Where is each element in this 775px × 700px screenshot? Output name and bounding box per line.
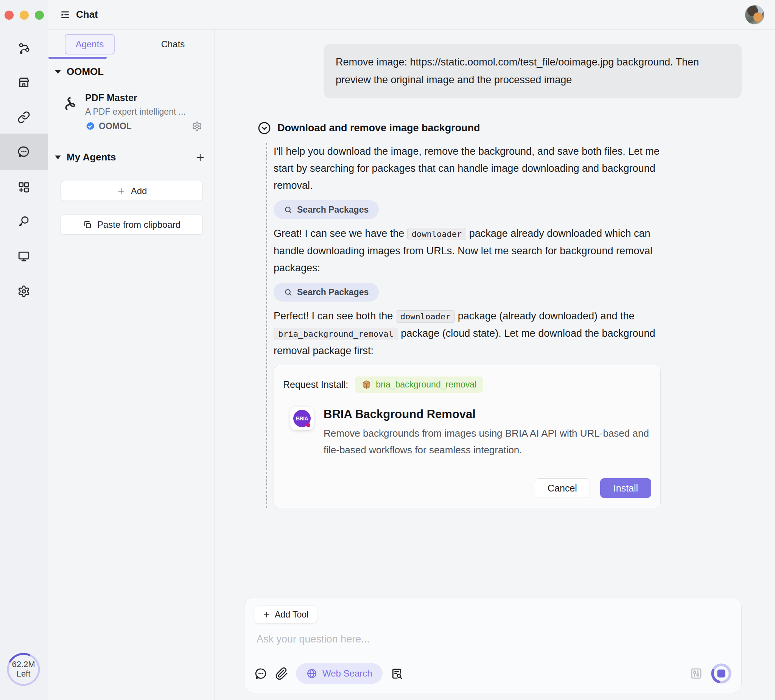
group-header-my-agents[interactable]: My Agents: [55, 151, 116, 163]
package-title: BRIA Background Removal: [324, 407, 657, 421]
pdf-master-icon: [61, 95, 80, 113]
search-packages-pill[interactable]: Search Packages: [274, 200, 379, 219]
stop-generation-button[interactable]: [710, 663, 732, 685]
rail-item-store[interactable]: [0, 64, 48, 101]
collapse-arrow-icon: [55, 156, 61, 159]
bria-logo: BRIA: [290, 407, 314, 430]
package-icon: [361, 379, 372, 390]
spinner-stop-icon: [710, 663, 732, 685]
search-packages-pill[interactable]: Search Packages: [274, 283, 379, 302]
web-search-toggle[interactable]: Web Search: [296, 663, 383, 684]
minimize-window-button[interactable]: [20, 11, 29, 20]
chevron-down-circle-icon: [257, 121, 271, 135]
step-body: I'll help you download the image, remove…: [266, 143, 690, 508]
chat-panel-icon: [60, 9, 71, 20]
package-chip: bria_background_removal: [355, 376, 483, 393]
store-icon: [17, 76, 30, 89]
add-agent-plus-icon[interactable]: [195, 152, 206, 163]
agents-sidebar: Agents Chats OOMOL PDF Master A PDF expe…: [48, 30, 215, 700]
page-title: Chat: [76, 9, 98, 20]
attachment-icon[interactable]: [275, 667, 288, 680]
add-tool-button[interactable]: Add Tool: [254, 606, 317, 623]
link-icon: [17, 111, 30, 124]
widgets-icon: [17, 181, 30, 194]
avatar[interactable]: [745, 5, 764, 25]
step-title: Download and remove image background: [278, 122, 480, 134]
install-button[interactable]: Install: [600, 478, 651, 498]
quota-value: 62.2M: [12, 660, 35, 669]
rail-item-search[interactable]: [0, 203, 48, 239]
cancel-button[interactable]: Cancel: [535, 478, 590, 498]
agent-badge: OOMOL: [85, 121, 132, 131]
rail-item-settings[interactable]: [0, 273, 48, 309]
rail-item-widgets[interactable]: [0, 169, 48, 205]
gear-icon: [17, 285, 30, 298]
assistant-paragraph: I'll help you download the image, remove…: [274, 143, 669, 194]
rail-item-workflow[interactable]: [0, 30, 48, 67]
active-tab-indicator: [48, 57, 107, 59]
step-header[interactable]: Download and remove image background: [257, 121, 480, 135]
install-request-card: Request Install: bria_background_removal…: [274, 365, 661, 508]
rail-item-link[interactable]: [0, 99, 48, 135]
paste-from-clipboard-button[interactable]: Paste from clipboard: [61, 214, 203, 234]
quota-ring[interactable]: 62.2M Left: [6, 652, 41, 687]
package-description: Remove backgrounds from images using BRI…: [324, 425, 657, 458]
tab-agents[interactable]: Agents: [48, 30, 131, 59]
composer: Add Tool: [244, 597, 742, 693]
rail-item-chat[interactable]: [0, 133, 48, 170]
chat-bubble-icon: [17, 145, 30, 158]
globe-icon: [306, 668, 318, 679]
message-input[interactable]: [256, 631, 710, 647]
monitor-icon: [17, 250, 30, 263]
request-install-label: Request Install:: [283, 379, 348, 390]
chat-mode-icon[interactable]: [254, 667, 268, 680]
assistant-paragraph: Perfect! I can see both the downloader p…: [274, 308, 669, 359]
search-key-icon: [17, 215, 30, 228]
composer-toolbar: Web Search: [254, 663, 732, 685]
model-settings-icon[interactable]: [690, 667, 703, 680]
agent-description: A PDF expert intelligent ...: [85, 107, 186, 117]
tab-chats[interactable]: Chats: [131, 30, 215, 59]
plus-icon: [263, 611, 271, 619]
quota-label: Left: [17, 669, 31, 679]
bria-logo-dot: [306, 423, 310, 427]
add-button[interactable]: Add: [61, 181, 203, 201]
user-message-bubble: Remove image: https://static.oomol.com/t…: [324, 44, 742, 98]
verified-badge-icon: [85, 121, 95, 131]
prompt-library-icon[interactable]: [390, 667, 403, 680]
collapse-arrow-icon: [55, 70, 61, 74]
titlebar: Chat: [48, 0, 775, 30]
window-controls: [5, 11, 44, 20]
search-icon: [284, 288, 293, 297]
agent-settings-icon[interactable]: [192, 121, 202, 131]
copy-icon: [83, 220, 92, 229]
activity-bar: 62.2M Left: [0, 0, 48, 700]
sidebar-tabs: Agents Chats: [48, 30, 215, 59]
workflow-icon: [17, 42, 30, 55]
close-window-button[interactable]: [5, 11, 13, 20]
assistant-paragraph: Great! I can see we have the downloader …: [274, 225, 669, 277]
zoom-window-button[interactable]: [35, 11, 44, 20]
plus-icon: [116, 186, 126, 196]
chat-main: Remove image: https://static.oomol.com/t…: [215, 30, 775, 700]
rail-item-monitor[interactable]: [0, 238, 48, 274]
group-header-oomol[interactable]: OOMOL: [55, 66, 104, 78]
agent-name: PDF Master: [85, 92, 137, 103]
search-icon: [284, 205, 293, 214]
